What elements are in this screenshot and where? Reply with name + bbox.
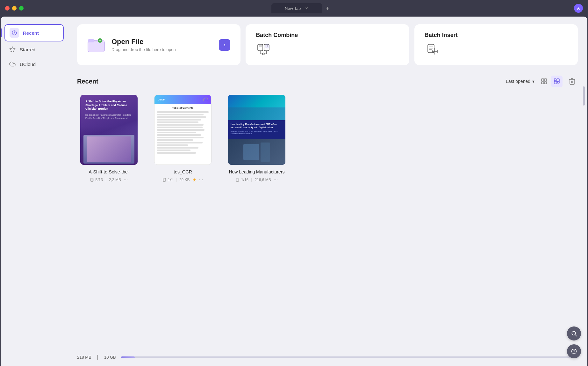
tab-title: New Tab [285, 6, 301, 11]
file-more-0[interactable]: ··· [124, 177, 128, 183]
recent-controls: Last opened ▾ [506, 76, 578, 87]
app-container: Recent Starred UCloud [1, 17, 587, 366]
file-card-0[interactable]: A Shift to Solve the Physician Shortage … [77, 95, 141, 183]
file-name-0: A-Shift-to-Solve-the- [89, 169, 129, 174]
sidebar-recent-label: Recent [23, 30, 39, 36]
open-file-card[interactable]: + Open File Drag and drop the file here … [77, 24, 240, 65]
file-more-1[interactable]: ··· [199, 177, 203, 183]
file-thumbnail-2: How Leading Manufacturers and SMEs Can I… [228, 95, 285, 165]
batch-combine-icon: + [256, 42, 271, 58]
clock-icon [11, 30, 17, 36]
close-button[interactable] [5, 6, 10, 11]
svg-text:+: + [99, 39, 101, 42]
grid-view-small-button[interactable] [538, 76, 550, 87]
cloud-icon [9, 61, 16, 68]
svg-rect-23 [544, 79, 547, 81]
user-avatar[interactable]: A [574, 4, 583, 13]
file-name-2: How Leading Manufacturers [229, 169, 284, 174]
help-floating-button[interactable] [567, 344, 581, 358]
sidebar: Recent Starred UCloud [1, 17, 68, 366]
batch-insert-title: Batch Insert [425, 32, 458, 39]
top-cards: + Open File Drag and drop the file here … [77, 24, 578, 65]
svg-rect-28 [554, 81, 557, 84]
batch-combine-card[interactable]: Batch Combine + [246, 24, 409, 65]
file-star-1[interactable]: ★ [192, 177, 197, 182]
storage-bar [121, 356, 578, 358]
svg-rect-25 [544, 82, 547, 84]
file-grid: A Shift to Solve the Physician Shortage … [77, 95, 578, 183]
svg-marker-1 [10, 47, 15, 52]
svg-rect-9 [258, 44, 263, 51]
search-floating-button[interactable] [567, 326, 581, 340]
scrollbar[interactable] [583, 86, 585, 106]
file-size-1: 29 KB [179, 178, 190, 182]
storage-bar-fill [121, 356, 135, 358]
svg-rect-4 [88, 42, 104, 52]
new-tab-button[interactable]: + [322, 5, 333, 12]
open-file-subtitle: Drag and drop the file here to open [111, 47, 176, 52]
sort-arrow-icon: ▾ [532, 79, 534, 84]
file-card-2[interactable]: How Leading Manufacturers and SMEs Can I… [225, 95, 289, 183]
svg-line-39 [575, 335, 577, 336]
traffic-lights [5, 6, 24, 11]
batch-insert-card[interactable]: Batch Insert [414, 24, 578, 65]
svg-rect-33 [91, 179, 93, 181]
file-cloud-badge-1 [203, 98, 209, 102]
maximize-button[interactable] [19, 6, 24, 11]
titlebar: New Tab ✕ + A [0, 0, 588, 17]
storage-bar-container: 218 MB │ 10 GB [77, 355, 578, 360]
grid-view-large-button[interactable] [551, 76, 563, 87]
svg-rect-29 [557, 81, 559, 83]
file-more-2[interactable]: ··· [274, 177, 278, 183]
file-meta-1: 1/1 | 29 KB ★ ··· [162, 177, 203, 183]
active-tab[interactable]: New Tab ✕ [271, 3, 322, 13]
recent-header: Recent Last opened ▾ [77, 76, 578, 87]
storage-used: 218 MB [77, 355, 91, 360]
file-card-1[interactable]: UBDF Table of Contents [151, 95, 215, 183]
sidebar-ucloud-label: UCloud [20, 62, 36, 67]
recent-icon-bg [10, 28, 19, 38]
storage-total: 10 GB [104, 355, 116, 360]
file-pages-icon-0: 5/13 [90, 178, 103, 182]
file-pages-icon-2: 1/16 [236, 178, 248, 182]
svg-point-41 [574, 353, 574, 354]
sidebar-item-recent[interactable]: Recent [4, 24, 64, 41]
star-icon [9, 46, 16, 53]
tab-bar: New Tab ✕ + [30, 3, 574, 13]
file-size-2: 216,6 MB [255, 178, 271, 182]
file-pages-1: 1/1 [168, 178, 173, 182]
file-pages-2: 1/16 [241, 178, 248, 182]
tab-close-icon[interactable]: ✕ [304, 6, 309, 11]
file-thumbnail-1: UBDF Table of Contents [154, 95, 212, 165]
file-size-0: 2,2 MB [109, 178, 121, 182]
recent-section-title: Recent [77, 78, 98, 85]
batch-combine-title: Batch Combine [256, 32, 298, 39]
main-content: + Open File Drag and drop the file here … [68, 17, 587, 366]
svg-rect-27 [557, 79, 559, 81]
svg-rect-37 [237, 179, 238, 181]
sidebar-item-starred[interactable]: Starred [4, 43, 64, 56]
open-file-title: Open File [111, 38, 176, 46]
delete-button[interactable] [566, 76, 578, 87]
folder-icon: + [87, 36, 105, 54]
open-file-arrow[interactable]: › [219, 39, 230, 51]
svg-rect-6 [88, 39, 94, 42]
svg-rect-22 [541, 79, 544, 81]
open-file-text: Open File Drag and drop the file here to… [111, 38, 176, 52]
view-toggle [538, 76, 563, 87]
sidebar-starred-label: Starred [20, 47, 35, 52]
svg-rect-26 [554, 79, 556, 81]
minimize-button[interactable] [12, 6, 17, 11]
sort-dropdown[interactable]: Last opened ▾ [506, 79, 534, 84]
file-pages-icon-1: 1/1 [162, 178, 173, 182]
svg-text:+: + [266, 44, 269, 48]
file-meta-2: 1/16 | 216,6 MB ··· [236, 177, 278, 183]
file-thumbnail-0: A Shift to Solve the Physician Shortage … [80, 95, 138, 165]
file-pages-0: 5/13 [96, 178, 103, 182]
folder-icon-wrap: + [87, 36, 105, 54]
sidebar-item-ucloud[interactable]: UCloud [4, 57, 64, 71]
file-meta-0: 5/13 | 2,2 MB ··· [90, 177, 128, 183]
svg-rect-35 [163, 179, 165, 181]
file-name-1: tes_OCR [174, 169, 192, 174]
batch-insert-icon [425, 42, 440, 58]
